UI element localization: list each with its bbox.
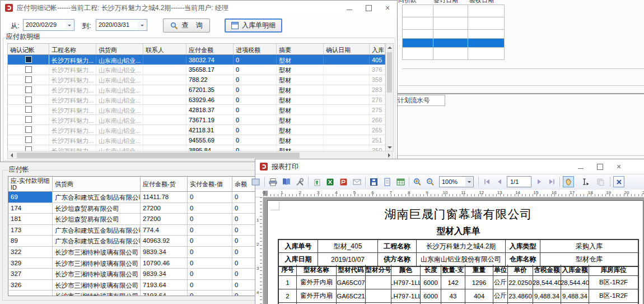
column-header[interactable]: 摘要 xyxy=(277,44,324,55)
supplier-cell: 山东南山铝业... xyxy=(96,55,143,65)
table-row[interactable]: 长沙市三湘特种玻璃有限公司7193.6400 xyxy=(8,291,289,296)
table-row[interactable]: 89广东合和建筑五金制品有限公司40963.9200 xyxy=(8,236,289,247)
zoom-in-icon[interactable] xyxy=(412,176,423,187)
table-row[interactable]: 长沙万科魅力...山东南山铝业...788.220型材358 xyxy=(8,75,385,85)
export-pdf-icon[interactable] xyxy=(338,176,349,187)
app-icon xyxy=(260,163,268,171)
column-header[interactable]: 实付金额-借 xyxy=(188,177,232,192)
text-select-icon[interactable] xyxy=(580,176,591,187)
last-page-icon[interactable] xyxy=(546,176,557,187)
table-row[interactable]: 长沙万科魅力...山东南山铝业...42818.370型材275 xyxy=(8,105,385,115)
table-row[interactable]: 长沙万科魅力...山东南山铝业...63929.460型材276 xyxy=(8,95,385,105)
w1-titlebar[interactable]: 应付明细记帐------当前工程: 长沙万科魅力之城4.2期------当前用户… xyxy=(1,1,397,15)
page-number-input[interactable]: 1/1 xyxy=(507,176,531,187)
column-header[interactable]: 入库 xyxy=(370,44,385,55)
w2-titlebar[interactable]: 报表打印 × xyxy=(255,159,644,174)
zoom-out-icon[interactable] xyxy=(424,176,436,187)
send-mail-icon[interactable] xyxy=(351,176,362,187)
zoom-level-combobox[interactable]: 100% xyxy=(439,176,474,187)
design-view-icon[interactable] xyxy=(250,176,261,187)
checkbox-cell xyxy=(8,135,49,145)
minimize-button[interactable] xyxy=(571,159,590,174)
report-column-header: 颜色 xyxy=(391,265,421,275)
horizontal-scrollbar[interactable] xyxy=(7,151,393,159)
ruler-number: 5 xyxy=(353,190,356,195)
scrollbar-thumb[interactable] xyxy=(387,52,392,93)
close-button[interactable]: × xyxy=(609,159,628,174)
table-row[interactable]: 69广东合和建筑五金制品有限公司11411.7800 xyxy=(8,192,289,203)
open-document-icon[interactable] xyxy=(381,176,393,187)
column-header[interactable]: 应-实付款明细ID xyxy=(8,177,53,192)
minimize-button[interactable] xyxy=(340,1,359,15)
export-icon[interactable] xyxy=(311,176,322,187)
close-button[interactable]: × xyxy=(378,1,397,15)
checkbox[interactable] xyxy=(25,66,32,73)
chevron-down-icon[interactable] xyxy=(138,20,146,30)
scroll-right-icon[interactable] xyxy=(385,151,393,159)
table-row[interactable]: 174长沙坦森贸易有限公司2720000 xyxy=(8,203,289,214)
table-row[interactable]: 322长沙市三湘特种玻璃有限公司9839.3400 xyxy=(8,247,289,258)
column-header[interactable]: 应付金额 xyxy=(186,44,234,55)
column-header[interactable]: 联系人 xyxy=(143,44,186,55)
column-header[interactable]: 进项税额 xyxy=(234,44,277,55)
checkbox[interactable] xyxy=(25,56,32,63)
options-icon[interactable] xyxy=(294,176,305,187)
checkbox[interactable] xyxy=(25,86,32,93)
report-column-header: 库房库位 xyxy=(589,265,638,275)
scroll-down-icon[interactable] xyxy=(386,144,393,151)
hand-tool-icon[interactable] xyxy=(563,176,574,187)
scroll-up-icon[interactable] xyxy=(386,44,393,51)
table-row[interactable]: 181长沙坦森贸易有限公司2720000 xyxy=(8,214,289,225)
to-date-combobox[interactable]: 2020/03/31 xyxy=(96,19,147,31)
column-header[interactable]: 确认日期 xyxy=(324,44,370,55)
payable-detail-body: 长沙万科魅力...山东南山铝业...38032.740型材405长沙万科魅力..… xyxy=(8,55,385,151)
table-row[interactable]: 327长沙市三湘特种玻璃有限公司9839.3400 xyxy=(8,269,289,280)
table-row[interactable]: 长沙万科魅力...山东南山铝业...94555.690型材251 xyxy=(8,135,385,145)
checkbox[interactable] xyxy=(25,116,32,123)
supplier-cell: 长沙市三湘特种玻璃有限公司 xyxy=(53,269,141,279)
next-page-icon[interactable] xyxy=(534,176,545,187)
checkbox[interactable] xyxy=(25,126,32,133)
table-row[interactable]: 326长沙市三湘特种玻璃有限公司7193.6400 xyxy=(8,280,289,291)
checkbox[interactable] xyxy=(25,106,32,113)
first-page-icon[interactable] xyxy=(482,176,493,187)
chevron-down-icon[interactable] xyxy=(465,177,473,186)
print-icon[interactable] xyxy=(267,176,278,187)
table-row[interactable]: 329长沙市三湘特种玻璃有限公司10790.4600 xyxy=(8,258,289,269)
column-header[interactable]: 确认记帐 xyxy=(8,44,49,55)
column-header[interactable]: 应付金额-货 xyxy=(141,177,188,192)
chevron-down-icon[interactable] xyxy=(65,20,73,30)
maximize-button[interactable] xyxy=(359,1,378,15)
table-row[interactable]: 长沙万科魅力...山东南山铝业...38032.740型材405 xyxy=(8,55,385,65)
query-button[interactable]: 查 询 xyxy=(163,19,210,33)
ruler-number: 3 xyxy=(317,190,319,195)
payable-account-header: 应-实付款明细ID供货商应付金额-货实付金额-借余额 xyxy=(8,177,289,192)
checkbox[interactable] xyxy=(25,136,32,143)
column-header[interactable]: 工程名称 xyxy=(49,44,96,55)
save-icon[interactable] xyxy=(368,176,379,187)
export-excel-icon[interactable] xyxy=(324,176,335,187)
column-header[interactable]: 供货商 xyxy=(53,177,141,192)
table-row[interactable]: 长沙万科魅力...山东南山铝业...35658.170型材376 xyxy=(8,65,385,75)
inbound-detail-button[interactable]: 入库单明细 xyxy=(225,19,282,33)
close-preview-icon[interactable] xyxy=(613,176,624,187)
minimize-icon xyxy=(347,10,352,10)
maximize-button[interactable] xyxy=(590,159,609,174)
table-row[interactable]: 长沙万科魅力...山东南山铝业...67201.350型材283 xyxy=(8,85,385,95)
report-preview-area[interactable]: 1234 湖南巨晟门窗幕墙有限公司 型材入库单 入库单号型材_405工程名称长沙… xyxy=(255,197,644,304)
scroll-left-icon[interactable] xyxy=(8,151,15,159)
table-row[interactable]: 长沙万科魅力...山东南山铝业...42118.310型材265 xyxy=(8,125,385,135)
scrollbar-thumb[interactable] xyxy=(17,153,300,158)
id-cell: 181 xyxy=(8,214,53,224)
checkbox[interactable] xyxy=(25,96,32,103)
checkbox[interactable] xyxy=(25,76,32,83)
prev-page-icon[interactable] xyxy=(494,176,505,187)
table-row[interactable]: 长沙万科魅力...山东南山铝业...73671.190型材266 xyxy=(8,115,385,125)
column-header[interactable]: 供货商 xyxy=(96,44,143,55)
copy-icon[interactable] xyxy=(595,176,606,187)
from-date-combobox[interactable]: 2020/02/29 xyxy=(23,19,74,31)
vertical-scrollbar[interactable] xyxy=(385,43,394,151)
page-setup-icon[interactable] xyxy=(281,176,292,187)
table-row[interactable]: 173广东合和建筑五金制品有限公司774.400 xyxy=(8,225,289,236)
export-table-icon[interactable] xyxy=(395,176,406,187)
